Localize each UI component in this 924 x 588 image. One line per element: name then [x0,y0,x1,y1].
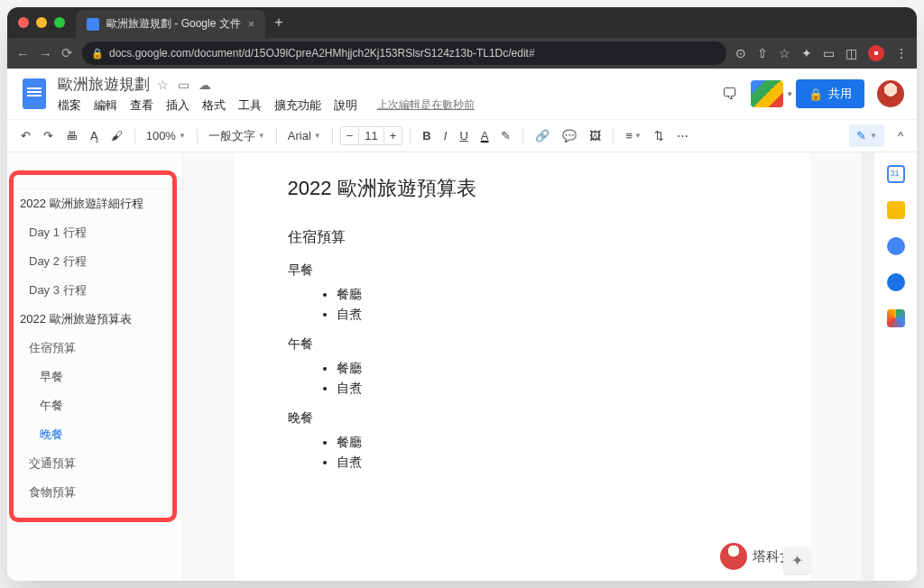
profile-avatar-icon[interactable] [868,45,884,61]
nav-forward-icon[interactable]: → [39,46,52,61]
menu-tools[interactable]: 工具 [238,97,262,114]
menu-format[interactable]: 格式 [202,97,226,114]
cloud-icon[interactable]: ☁ [199,78,211,92]
outline-item[interactable]: 2022 歐洲旅遊詳細行程 [7,189,182,218]
list-item: 餐廳 [337,432,757,452]
outline-item[interactable]: Day 2 行程 [7,247,182,276]
meet-button[interactable] [751,80,783,107]
menu-view[interactable]: 查看 [130,97,153,114]
outline-collapse-icon[interactable]: ← [7,160,182,189]
window-maximize[interactable] [54,17,65,28]
nav-back-icon[interactable]: ← [16,46,30,61]
increase-font-icon[interactable]: + [384,127,402,144]
outline-item[interactable]: Day 1 行程 [7,218,182,247]
menu-file[interactable]: 檔案 [58,97,81,114]
heading-2: 住宿預算 [288,225,757,251]
font-size-stepper[interactable]: − 11 + [340,126,403,145]
insert-link-icon[interactable]: 🔗 [531,125,554,146]
paint-format-icon[interactable]: 🖌 [106,125,127,146]
search-icon[interactable]: ⊙ [735,46,746,60]
menu-help[interactable]: 說明 [334,97,357,114]
redo-icon[interactable]: ↷ [39,125,58,146]
comment-history-icon[interactable]: 🗨 [722,85,738,104]
contacts-icon[interactable] [887,273,905,291]
font-family-select[interactable]: Arial▼ [284,127,325,144]
browser-tab[interactable]: 歐洲旅遊規劃 - Google 文件 × [76,10,265,38]
zoom-select[interactable]: 100%▼ [143,127,189,144]
watermark-icon [720,543,747,570]
bookmark-icon[interactable]: ☆ [779,46,790,60]
insert-image-icon[interactable]: 🖼 [585,125,605,146]
list-item: 自煮 [337,452,757,472]
outline-item[interactable]: 2022 歐洲旅遊預算表 [7,305,182,334]
last-edit-status[interactable]: 上次編輯是在數秒前 [377,97,475,114]
heading-3: 晚餐 [288,407,757,429]
align-icon[interactable]: ≡ ▼ [621,125,646,146]
outline-item[interactable]: 晚餐 [7,420,182,449]
docs-header: 歐洲旅遊規劃 ☆ ▭ ☁ 檔案 編輯 查看 插入 格式 工具 擴充功能 說明 [7,69,917,114]
tasks-icon[interactable] [887,237,905,255]
menu-edit[interactable]: 編輯 [94,97,117,114]
nav-reload-icon[interactable]: ⟳ [61,45,73,61]
bullet-list: 餐廳自煮 [288,432,757,473]
account-avatar[interactable] [877,80,904,107]
browser-toolbar: ← → ⟳ 🔒 docs.google.com/document/d/15OJ9… [7,38,917,69]
list-item: 餐廳 [337,358,757,378]
tab-title: 歐洲旅遊規劃 - Google 文件 [106,16,241,32]
decrease-font-icon[interactable]: − [341,127,359,144]
outline-item[interactable]: 食物預算 [7,478,182,507]
editing-mode-button[interactable]: ✎▼ [849,124,884,147]
docs-logo-icon[interactable] [20,76,49,112]
calendar-icon[interactable] [887,165,905,183]
outline-item[interactable]: Day 3 行程 [7,276,182,305]
highlight-color-icon[interactable]: ✎ [496,125,515,146]
outline-item[interactable]: 住宿預算 [7,334,182,363]
list-item: 餐廳 [337,284,757,304]
document-page[interactable]: 2022 歐洲旅遊預算表 住宿預算 早餐餐廳自煮午餐餐廳自煮晚餐餐廳自煮 [234,152,811,581]
bold-button[interactable]: B [418,125,435,146]
explore-button[interactable]: ✦ [783,547,810,574]
italic-button[interactable]: I [439,125,452,146]
share-button[interactable]: 🔒 共用 [796,79,864,108]
list-item: 自煮 [337,304,757,324]
paragraph-style-select[interactable]: 一般文字▼ [205,126,269,146]
menu-bar: 檔案 編輯 查看 插入 格式 工具 擴充功能 說明 上次編輯是在數秒前 [58,97,475,114]
docs-favicon [87,18,99,31]
close-icon[interactable]: × [248,17,255,31]
line-spacing-icon[interactable]: ⇅ [650,125,669,146]
menu-insert[interactable]: 插入 [166,97,189,114]
print-icon[interactable]: 🖶 [61,125,82,146]
keep-icon[interactable] [887,201,905,219]
insert-comment-icon[interactable]: 💬 [558,125,581,146]
undo-icon[interactable]: ↶ [16,125,35,146]
text-color-button[interactable]: A [476,125,494,146]
heading-3: 早餐 [288,259,757,281]
spellcheck-icon[interactable]: Ą [86,125,103,146]
document-canvas[interactable]: 2022 歐洲旅遊預算表 住宿預算 早餐餐廳自煮午餐餐廳自煮晚餐餐廳自煮 塔科女… [183,152,861,581]
outline-item[interactable]: 交通預算 [7,449,182,478]
document-title[interactable]: 歐洲旅遊規劃 [58,74,150,95]
cast-icon[interactable]: ▭ [823,46,835,60]
extensions-icon[interactable]: ✦ [801,46,812,60]
outline-item[interactable]: 早餐 [7,363,182,391]
new-tab-button[interactable]: + [274,14,282,31]
star-icon[interactable]: ☆ [157,78,169,92]
more-icon[interactable]: ⋯ [672,125,693,146]
heading-3: 午餐 [288,333,757,355]
window-close[interactable] [18,17,29,28]
overflow-menu-icon[interactable]: ⋮ [895,46,908,60]
outline-item[interactable]: 午餐 [7,391,182,420]
panel-icon[interactable]: ◫ [845,46,857,60]
collapse-toolbar-icon[interactable]: ^ [893,125,908,146]
scrollbar[interactable] [861,152,873,581]
formatting-toolbar: ↶ ↷ 🖶 Ą 🖌 100%▼ 一般文字▼ Arial▼ − 11 + B I … [7,119,917,152]
window-minimize[interactable] [36,17,47,28]
address-bar[interactable]: 🔒 docs.google.com/document/d/15OJ9lCpreA… [82,41,726,65]
maps-icon[interactable] [887,309,905,327]
list-item: 自煮 [337,378,757,398]
underline-button[interactable]: U [455,125,472,146]
menu-extensions[interactable]: 擴充功能 [274,97,321,114]
share-icon[interactable]: ⇧ [757,46,768,60]
move-icon[interactable]: ▭ [178,78,189,92]
bullet-list: 餐廳自煮 [288,284,757,325]
